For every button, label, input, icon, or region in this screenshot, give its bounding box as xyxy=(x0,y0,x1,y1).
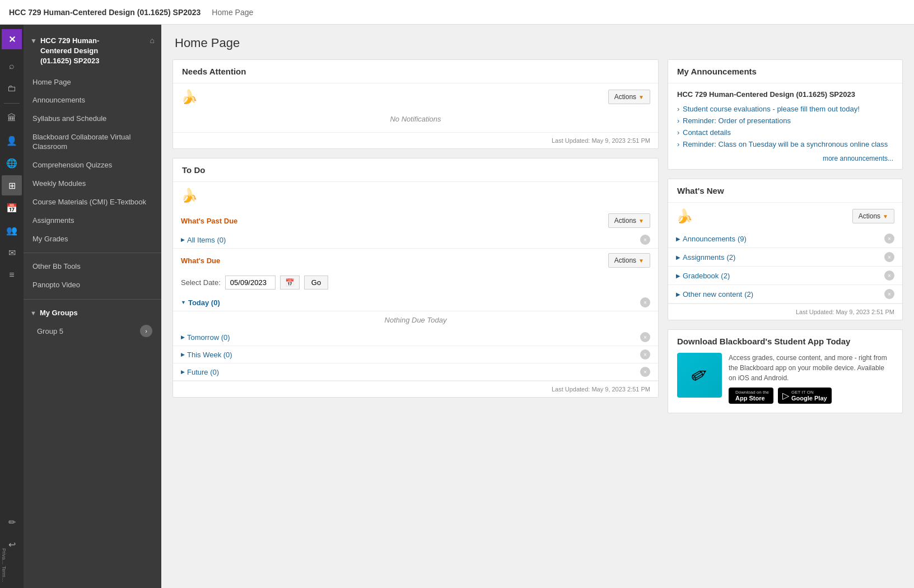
google-play-badge[interactable]: ▷ GET IT ON Google Play xyxy=(778,388,832,404)
nav-item-grades[interactable]: My Grades xyxy=(24,230,161,249)
nav-item-syllabus[interactable]: Syllabus and Schedule xyxy=(24,110,161,128)
icon-sidebar: ✕ ⌕ 🗀 🏛 👤 🌐 ⊞ 📅 👥 ✉ ≡ ✏ ↩ Priva… Term… xyxy=(0,25,24,588)
announcement-course-title: HCC 729 Human-Centered Design (01.1625) … xyxy=(677,90,893,99)
nav-item-announcements[interactable]: Announcements xyxy=(24,91,161,110)
pencil-icon[interactable]: ✏ xyxy=(2,512,22,532)
wn-grade-close[interactable]: × xyxy=(884,270,894,281)
nav-my-groups[interactable]: ▼ My Groups xyxy=(24,304,161,321)
wn-assignments-link[interactable]: ▶ Assignments (2) xyxy=(676,253,735,262)
nav-item-modules[interactable]: Weekly Modules xyxy=(24,175,161,193)
wn-gradebook-link[interactable]: ▶ Gradebook (2) xyxy=(676,272,730,280)
calendar-picker-btn[interactable]: 📅 xyxy=(280,276,300,290)
app-store-main: App Store xyxy=(735,395,765,402)
google-play-text: GET IT ON Google Play xyxy=(791,390,827,402)
app-badges: Download on the App Store ▷ GET IT ON Go… xyxy=(729,388,893,404)
app-store-badge[interactable]: Download on the App Store xyxy=(729,388,773,404)
week-close[interactable]: × xyxy=(640,349,650,360)
wn-announcements-count: (9) xyxy=(738,235,747,243)
tomorrow-link[interactable]: ▶ Tomorrow (0) xyxy=(181,333,230,342)
tri-right-week: ▶ xyxy=(181,352,185,357)
list-icon[interactable]: ≡ xyxy=(2,265,22,285)
this-week-link[interactable]: ▶ This Week (0) xyxy=(181,351,232,359)
nav-course-title[interactable]: ▼ HCC 729 Human-Centered Design(01.1625)… xyxy=(24,31,161,73)
mail-icon[interactable]: ✉ xyxy=(2,242,22,263)
wn-assignments-count: (2) xyxy=(726,253,735,262)
past-due-actions-label: Actions xyxy=(614,217,636,225)
needs-attention-card: Needs Attention 🍌 Actions ▼ No Notificat… xyxy=(172,59,659,149)
app-description: Access grades, course content, and more … xyxy=(729,353,893,383)
past-due-actions-btn[interactable]: Actions ▼ xyxy=(608,213,650,228)
nav-item-quizzes[interactable]: Comprehension Quizzes xyxy=(24,156,161,175)
announcement-link-3[interactable]: Contact details xyxy=(677,127,893,138)
nav-item-course-materials[interactable]: Course Materials (CMI) E-Textbook xyxy=(24,193,161,212)
nav-item-homepage[interactable]: Home Page xyxy=(24,73,161,92)
nav-item-collaborate[interactable]: Blackboard Collaborate Virtual Classroom xyxy=(24,128,161,156)
wn-item-announcements: ▶ Announcements (9) × xyxy=(668,230,902,248)
wn-other-link[interactable]: ▶ Other new content (2) xyxy=(676,290,753,298)
future-close[interactable]: × xyxy=(640,367,650,377)
nav-item-panopto[interactable]: Panopto Video xyxy=(24,276,161,295)
today-label: Today (0) xyxy=(188,298,220,307)
todo-last-updated: Last Updated: May 9, 2023 2:51 PM xyxy=(173,381,658,397)
app-content: ✏ Access grades, course content, and mor… xyxy=(668,353,902,413)
wn-other-close[interactable]: × xyxy=(884,289,894,299)
wn-assign-close[interactable]: × xyxy=(884,252,894,262)
needs-attention-actions-btn[interactable]: Actions ▼ xyxy=(608,90,650,104)
future-label: Future (0) xyxy=(187,368,219,376)
nav-group5[interactable]: Group 5 › xyxy=(24,321,161,340)
nav-home-icon[interactable]: ⌂ xyxy=(150,36,155,45)
announcement-link-4[interactable]: Reminder: Class on Tuesday will be a syn… xyxy=(677,138,893,150)
whats-new-actions-label: Actions xyxy=(859,212,880,220)
grid-icon[interactable]: ⊞ xyxy=(2,175,22,195)
search-icon[interactable]: ⌕ xyxy=(2,56,22,76)
actions-caret-2: ▼ xyxy=(638,218,644,224)
needs-attention-actions-label: Actions xyxy=(614,93,636,101)
close-button[interactable]: ✕ xyxy=(2,29,22,49)
date-input[interactable] xyxy=(225,276,276,290)
globe-icon[interactable]: 🌐 xyxy=(2,153,22,173)
all-items-label: All Items (0) xyxy=(187,236,226,244)
users-icon[interactable]: 👥 xyxy=(2,220,22,240)
today-row: ▼ Today (0) × xyxy=(173,294,658,311)
nav-item-assignments[interactable]: Assignments xyxy=(24,212,161,230)
wn-ann-close[interactable]: × xyxy=(884,234,894,244)
future-link[interactable]: ▶ Future (0) xyxy=(181,368,219,376)
today-close[interactable]: × xyxy=(640,297,650,307)
nav-item-other-bb[interactable]: Other Bb Tools xyxy=(24,258,161,276)
whats-new-card: What's New 🍌 Actions ▼ ▶ Announcements (… xyxy=(668,179,903,320)
today-tri-icon: ▼ xyxy=(181,300,186,305)
calendar-icon[interactable]: 📅 xyxy=(2,198,22,218)
whats-due-actions-label: Actions xyxy=(614,256,636,264)
go-btn[interactable]: Go xyxy=(304,276,328,290)
sidebar-divider-1 xyxy=(4,103,20,104)
whats-new-actions-btn[interactable]: Actions ▼ xyxy=(852,209,894,223)
person-icon[interactable]: 👤 xyxy=(2,130,22,151)
actions-caret-1: ▼ xyxy=(638,94,644,100)
left-column: Needs Attention 🍌 Actions ▼ No Notificat… xyxy=(172,59,659,422)
wn-tri-3: ▶ xyxy=(676,273,680,279)
todo-header: To Do xyxy=(173,158,658,182)
whats-due-actions-btn[interactable]: Actions ▼ xyxy=(608,253,650,268)
nav-sidebar: ▼ HCC 729 Human-Centered Design(01.1625)… xyxy=(24,25,161,588)
banana-icon-todo: 🍌 xyxy=(181,188,198,203)
all-items-close[interactable]: × xyxy=(640,235,650,245)
wn-item-other: ▶ Other new content (2) × xyxy=(668,285,902,304)
announcement-link-1[interactable]: Student course evaluations - please fill… xyxy=(677,103,893,115)
wn-tri-4: ▶ xyxy=(676,291,680,297)
this-week-row: ▶ This Week (0) × xyxy=(173,346,658,363)
today-link[interactable]: ▼ Today (0) xyxy=(181,298,220,307)
folder-icon[interactable]: 🗀 xyxy=(2,78,22,99)
announcements-header: My Announcements xyxy=(668,60,902,83)
needs-attention-top-row: 🍌 Actions ▼ xyxy=(173,83,658,110)
banana-icon-new: 🍌 xyxy=(676,208,693,224)
tomorrow-close[interactable]: × xyxy=(640,332,650,342)
wn-announcements-link[interactable]: ▶ Announcements (9) xyxy=(676,235,747,243)
all-items-link[interactable]: ▶ All Items (0) xyxy=(181,236,226,244)
announcement-link-2[interactable]: Reminder: Order of presentations xyxy=(677,115,893,127)
group5-arrow[interactable]: › xyxy=(140,325,152,337)
actions-caret-3: ▼ xyxy=(638,258,644,264)
whats-due-section: What's Due Actions ▼ xyxy=(173,249,658,271)
bank-icon[interactable]: 🏛 xyxy=(2,108,22,128)
wn-gradebook-label: Gradebook xyxy=(683,272,719,280)
more-announcements-link[interactable]: more announcements... xyxy=(677,155,893,162)
